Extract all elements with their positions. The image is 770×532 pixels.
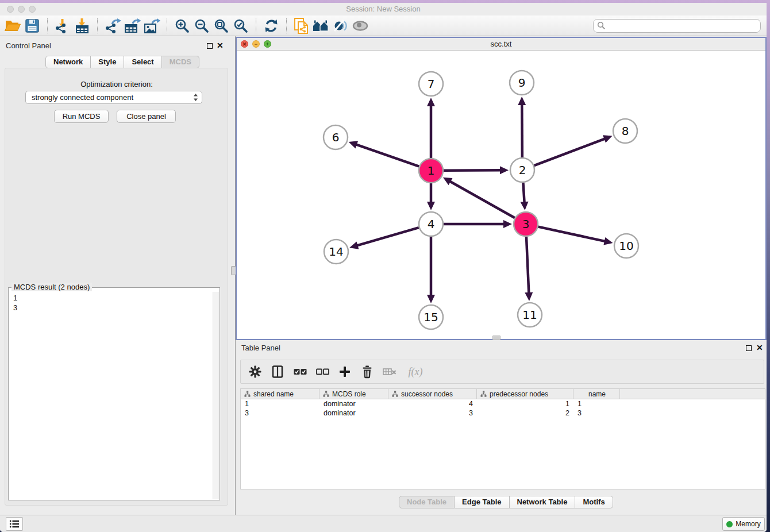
node-table: shared name MCDS role <box>240 388 765 489</box>
column-header-name[interactable]: name <box>573 389 620 399</box>
main-area: Control Panel ✕ Network Style Select MCD… <box>0 36 767 515</box>
tab-node-table[interactable]: Node Table <box>399 496 455 508</box>
app-window: Session: New Session <box>0 3 767 532</box>
zoom-fit-button[interactable] <box>211 17 231 35</box>
cell-shared-name[interactable]: 1 <box>241 400 319 408</box>
criterion-dropdown[interactable]: strongly connected component <box>25 91 202 104</box>
unselect-all-columns-button[interactable] <box>314 363 331 381</box>
zoom-selected-icon <box>233 18 248 33</box>
export-table-button[interactable] <box>122 17 142 35</box>
cell-successor-nodes[interactable]: 3 <box>388 409 477 417</box>
graph-arrowhead-icon <box>521 202 529 210</box>
mcds-result-group: MCDS result (2 nodes) 1 3 <box>8 287 220 500</box>
graph-edge-2-3[interactable] <box>523 183 524 203</box>
graph-edge-3-10[interactable] <box>538 227 606 242</box>
export-image-button[interactable] <box>142 17 161 35</box>
graph-arrowhead-icon <box>427 295 435 303</box>
status-bar: Memory <box>0 515 767 532</box>
zoom-in-button[interactable] <box>172 17 192 35</box>
column-header-shared-name[interactable]: shared name <box>241 389 319 399</box>
import-network-icon <box>54 18 71 34</box>
memory-button[interactable]: Memory <box>722 517 765 531</box>
zoom-selected-button[interactable] <box>231 17 251 35</box>
cell-successor-nodes[interactable]: 4 <box>388 400 477 408</box>
zoom-out-icon <box>194 18 209 33</box>
control-panel-tabs: Network Style Select MCDS <box>45 56 199 68</box>
refresh-layout-button[interactable] <box>261 17 281 35</box>
graph-arrowhead-icon <box>500 166 509 174</box>
graph-arrowhead-icon <box>518 97 526 105</box>
export-network-icon <box>104 18 121 34</box>
table-options-button[interactable] <box>247 363 264 381</box>
cell-predecessor-nodes[interactable]: 2 <box>477 409 573 417</box>
graph-edge-2-9[interactable] <box>522 103 522 157</box>
table-row[interactable]: 1 dominator 4 1 1 <box>241 399 765 408</box>
tab-motifs[interactable]: Motifs <box>575 496 613 508</box>
tree-scope-icon <box>392 391 398 397</box>
tab-mcds[interactable]: MCDS <box>162 56 199 68</box>
task-history-button[interactable] <box>6 517 23 531</box>
open-session-button[interactable] <box>3 17 22 35</box>
search-input[interactable] <box>606 21 757 31</box>
mcds-result-text[interactable]: 1 3 <box>9 292 213 499</box>
graph-arrowhead-icon <box>525 292 533 301</box>
graph-node-label: 4 <box>428 217 435 231</box>
function-builder-button[interactable]: f(x) <box>403 363 428 381</box>
cell-mcds-role[interactable]: dominator <box>319 400 388 408</box>
birds-eye-view-button[interactable] <box>351 17 370 35</box>
cell-shared-name[interactable]: 3 <box>241 409 319 417</box>
import-table-button[interactable] <box>72 17 92 35</box>
network-graph[interactable]: 7968124314101511 <box>237 51 765 339</box>
table-panel-close-button[interactable]: ✕ <box>756 343 763 352</box>
graph-edge-1-6[interactable] <box>355 144 419 167</box>
create-column-button[interactable] <box>336 363 353 381</box>
cell-name[interactable]: 3 <box>573 409 620 417</box>
mcds-result-scrollbar[interactable] <box>213 292 219 499</box>
delete-column-icon <box>383 367 396 376</box>
graph-node-label: 7 <box>428 77 435 91</box>
run-mcds-button[interactable]: Run MCDS <box>54 110 109 123</box>
column-label: MCDS role <box>332 390 366 398</box>
select-all-columns-button[interactable] <box>291 363 309 381</box>
column-layout-button[interactable] <box>269 363 286 381</box>
delete-row-button[interactable] <box>359 363 376 381</box>
tab-network[interactable]: Network <box>45 56 91 68</box>
network-canvas[interactable]: 7968124314101511 <box>237 51 765 339</box>
graph-edge-3-1[interactable] <box>449 181 514 218</box>
clone-network-button[interactable] <box>292 17 311 35</box>
save-session-button[interactable] <box>22 17 42 35</box>
delete-column-button[interactable] <box>381 363 398 381</box>
graph-node-label: 15 <box>424 310 438 324</box>
control-panel-float-button[interactable] <box>207 43 213 49</box>
fx-icon: f(x) <box>409 366 423 378</box>
tab-edge-table[interactable]: Edge Table <box>455 496 509 508</box>
column-header-predecessor-nodes[interactable]: predecessor nodes <box>477 389 573 399</box>
cell-predecessor-nodes[interactable]: 1 <box>477 400 573 408</box>
import-network-button[interactable] <box>53 17 72 35</box>
graph-node-label: 11 <box>522 308 537 322</box>
graph-edge-4-14[interactable] <box>356 228 419 246</box>
graph-edge-2-8[interactable] <box>534 138 606 165</box>
zoom-out-button[interactable] <box>192 17 211 35</box>
table-row[interactable]: 3 dominator 3 2 3 <box>241 408 765 418</box>
table-panel-float-button[interactable] <box>746 345 752 351</box>
cell-name[interactable]: 1 <box>573 400 620 408</box>
tab-select[interactable]: Select <box>124 56 161 68</box>
hide-graphics-details-button[interactable] <box>331 17 351 35</box>
control-panel-close-button[interactable]: ✕ <box>217 41 224 50</box>
table-toolbar: f(x) <box>240 360 764 384</box>
graph-edge-3-11[interactable] <box>526 237 529 294</box>
nested-networks-button[interactable] <box>311 17 331 35</box>
tab-network-table[interactable]: Network Table <box>510 496 576 508</box>
network-resize-grip[interactable] <box>492 336 500 340</box>
close-panel-button[interactable]: Close panel <box>117 110 176 123</box>
graph-node-label: 1 <box>428 164 435 178</box>
cell-mcds-role[interactable]: dominator <box>319 409 388 417</box>
graph-node-label: 6 <box>332 130 340 144</box>
graph-edge-1-2[interactable] <box>444 170 502 171</box>
save-floppy-icon <box>25 18 40 33</box>
column-header-successor-nodes[interactable]: successor nodes <box>388 389 477 399</box>
export-network-button[interactable] <box>103 17 122 35</box>
tab-style[interactable]: Style <box>91 56 124 68</box>
column-header-mcds-role[interactable]: MCDS role <box>319 389 388 399</box>
